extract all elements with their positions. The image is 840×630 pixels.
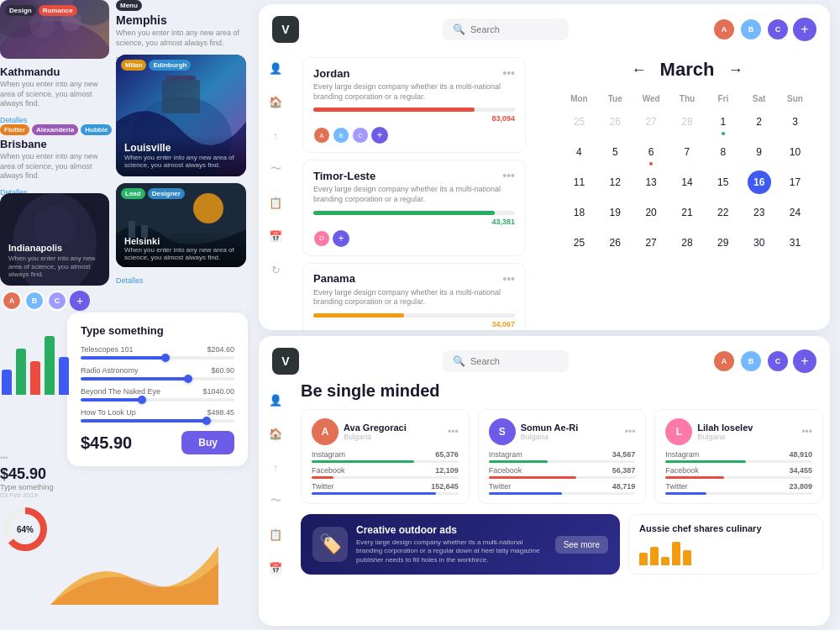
calendar-day[interactable]: 1: [705, 107, 741, 137]
search-input-2[interactable]: [470, 356, 559, 366]
calendar-day[interactable]: 12: [597, 167, 633, 197]
calendar-day[interactable]: 9: [741, 137, 777, 167]
calendar-day[interactable]: 23: [741, 197, 777, 228]
timor-dots[interactable]: •••: [502, 169, 515, 182]
calendar-day[interactable]: 5: [597, 137, 633, 167]
buy-button[interactable]: Buy: [181, 431, 234, 454]
indianapolis-card: Indianapolis When you enter into any new…: [0, 193, 109, 286]
members-row: A Ava Gregoraci Bulgaria ••• Instagram 6…: [259, 409, 830, 504]
icon-refresh[interactable]: ↻: [266, 260, 285, 279]
prog-label-1: Radio Astronomy: [81, 366, 139, 375]
projects-list: Jordan ••• Every large design company wh…: [292, 50, 536, 330]
icon-clip[interactable]: 📋: [266, 193, 285, 212]
calendar-day[interactable]: 24: [777, 197, 813, 228]
icon-home[interactable]: 🏠: [266, 92, 285, 111]
calendar-day[interactable]: 25: [561, 228, 597, 258]
calendar-day[interactable]: 13: [633, 167, 669, 197]
calendar-day[interactable]: 14: [669, 167, 706, 197]
calendar-day[interactable]: 6: [633, 137, 669, 167]
jordan-av-2: B: [333, 127, 349, 144]
icon-home-2[interactable]: 🏠: [266, 424, 285, 443]
bar-4: [45, 336, 55, 395]
calendar-day[interactable]: 8: [705, 137, 741, 167]
calendar-day[interactable]: 17: [777, 167, 813, 197]
kathmandu-info: Kathmandu When you enter into any new ar…: [0, 66, 109, 126]
calendar-day[interactable]: 10: [777, 137, 813, 167]
icon-wave-2[interactable]: 〜: [266, 491, 285, 510]
tag-milan: Milan: [121, 60, 146, 71]
somun-ig-val: 34,567: [612, 450, 636, 459]
promo-btn[interactable]: See more: [555, 536, 608, 554]
calendar-day[interactable]: 2: [741, 107, 777, 137]
icon-clip-2[interactable]: 📋: [266, 525, 285, 543]
side-icons-2: 👤 🏠 ↑ 〜 📋 📅: [259, 382, 292, 577]
calendar-day[interactable]: 31: [777, 228, 813, 258]
app-logo-2: V: [272, 348, 299, 375]
ava-fb-bar: [312, 476, 333, 479]
ava-stat-facebook: Facebook 12,109: [312, 466, 459, 479]
add-btn-top[interactable]: +: [793, 18, 816, 41]
icon-cal-2[interactable]: 📅: [266, 559, 285, 577]
icon-up[interactable]: ↑: [266, 126, 285, 144]
calendar-day[interactable]: 20: [633, 197, 669, 228]
icon-wave[interactable]: 〜: [266, 160, 285, 178]
calendar-day[interactable]: 4: [561, 137, 597, 167]
icon-user[interactable]: 👤: [266, 59, 285, 77]
somun-fb-label: Facebook: [489, 466, 522, 475]
add-btn-bottom[interactable]: +: [793, 349, 816, 373]
calendar-day[interactable]: 26: [597, 107, 633, 137]
kathmandu-link[interactable]: Detalles: [0, 116, 28, 124]
news-bar-3: [661, 557, 669, 565]
next-month-btn[interactable]: →: [727, 61, 743, 79]
prev-month-btn[interactable]: ←: [632, 61, 647, 79]
progress-item-2: Beyond The Naked Eye $1040.00: [81, 387, 234, 402]
calendar-day[interactable]: 11: [561, 167, 597, 197]
lilah-dots[interactable]: •••: [801, 426, 812, 438]
calendar-day[interactable]: 28: [669, 228, 706, 258]
calendar-day[interactable]: 21: [669, 197, 706, 228]
search-bar[interactable]: 🔍: [443, 18, 569, 40]
helsinki-link-text[interactable]: Detalles: [116, 276, 144, 285]
calendar-day[interactable]: 26: [597, 228, 633, 258]
day-header-fri: Fri: [705, 91, 741, 107]
lilah-fb-val: 34,455: [789, 466, 812, 475]
indianapolis-desc: When you enter into any new area of scie…: [8, 255, 101, 279]
ava-role: Bulgaria: [344, 433, 407, 441]
search-input[interactable]: [470, 24, 559, 34]
ava-fb-val: 12,109: [435, 466, 459, 475]
calendar-day[interactable]: 3: [777, 107, 813, 137]
indianapolis-name: Indianapolis: [8, 243, 101, 253]
calendar-day[interactable]: 16: [741, 167, 777, 197]
btm-avatar-2: B: [739, 349, 763, 373]
calendar-day[interactable]: 19: [597, 197, 633, 228]
calendar-day[interactable]: 7: [669, 137, 706, 167]
prog-label-3: How To Look Up: [81, 408, 136, 417]
calendar-day[interactable]: 27: [633, 228, 669, 258]
icon-user-2[interactable]: 👤: [266, 391, 285, 409]
calendar-day[interactable]: 29: [705, 228, 741, 258]
louisville-desc: When you enter into any new area of scie…: [124, 154, 238, 170]
icon-cal[interactable]: 📅: [266, 227, 285, 245]
calendar-day[interactable]: 15: [705, 167, 741, 197]
svg-rect-8: [166, 76, 196, 80]
ava-ig-label: Instagram: [312, 450, 345, 459]
jordan-dots[interactable]: •••: [502, 66, 515, 80]
timor-add-btn[interactable]: +: [333, 230, 349, 247]
somun-dots[interactable]: •••: [625, 426, 636, 438]
calendar-day[interactable]: 25: [561, 107, 597, 137]
calendar-day[interactable]: 28: [669, 107, 706, 137]
calendar-day[interactable]: 18: [561, 197, 597, 228]
bottom-middle-panel: V 🔍 A B C + 👤 🏠 ↑ 〜 📋 📅 Be single minded…: [259, 336, 830, 626]
add-member-btn[interactable]: +: [70, 291, 90, 311]
panama-dots[interactable]: •••: [502, 272, 515, 286]
icon-up-2[interactable]: ↑: [266, 458, 285, 476]
ava-dots[interactable]: •••: [448, 426, 459, 438]
search-bar-2[interactable]: 🔍: [443, 350, 569, 372]
helsinki-title: Helsinki: [124, 236, 238, 246]
panama-val: 34,067: [491, 320, 515, 328]
calendar-day[interactable]: 22: [705, 197, 741, 228]
calendar-day[interactable]: 27: [633, 107, 669, 137]
tag-flutter: Flutter: [0, 124, 29, 135]
calendar-day[interactable]: 30: [741, 228, 777, 258]
jordan-add-btn[interactable]: +: [371, 127, 388, 144]
